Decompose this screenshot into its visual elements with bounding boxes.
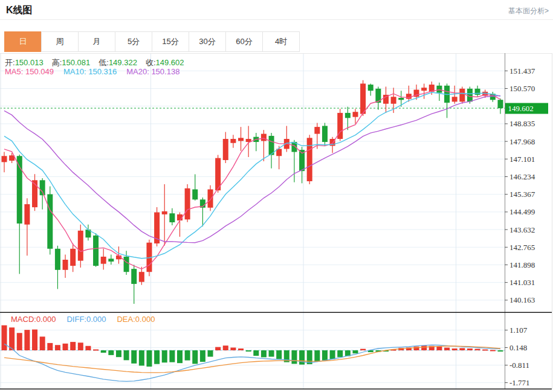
svg-text:146.234: 146.234 [509, 172, 535, 181]
tab-period-0[interactable]: 日 [4, 31, 42, 52]
svg-text:141.898: 141.898 [509, 260, 535, 269]
gridlines [0, 53, 505, 389]
page-title: K线图 [6, 4, 33, 17]
svg-text:147.968: 147.968 [509, 137, 535, 146]
svg-text:141.031: 141.031 [509, 278, 535, 287]
ma-readout: MA5: 150.049MA10: 150.316MA20: 150.138 [5, 67, 179, 76]
tab-period-4[interactable]: 15分 [152, 31, 189, 52]
svg-text:142.765: 142.765 [509, 243, 535, 252]
macd-histogram[interactable] [2, 326, 503, 367]
high-value: 150.081 [62, 58, 90, 67]
macd-value: MACD:0.000 [11, 315, 56, 324]
ma20-readout: MA20: 150.138 [126, 67, 179, 76]
svg-text:145.367: 145.367 [509, 190, 535, 199]
macd-readout: MACD:0.000DIFF:0.000DEA:0.000 [11, 315, 155, 324]
svg-text:148.835: 148.835 [509, 119, 535, 128]
header-divider [0, 19, 553, 20]
tab-period-6[interactable]: 60分 [225, 31, 263, 52]
svg-text:144.499: 144.499 [509, 207, 535, 216]
svg-text:143.632: 143.632 [509, 225, 535, 234]
svg-text:149.602: 149.602 [508, 104, 534, 113]
tab-period-3[interactable]: 5分 [115, 31, 152, 52]
period-tab-bar: 日周月5分15分30分60分4时 [4, 31, 300, 52]
diff-value: DIFF:0.000 [66, 315, 106, 324]
svg-text:150.570: 150.570 [509, 84, 535, 93]
ma20-line [4, 95, 500, 242]
svg-text:-1.771: -1.771 [509, 378, 530, 387]
ma5-readout: MA5: 150.049 [5, 67, 54, 76]
close-label: 收: [146, 58, 156, 67]
low-value: 149.322 [109, 58, 137, 67]
tab-period-2[interactable]: 月 [78, 31, 115, 52]
kline-page: 151.437150.570148.835147.968147.101146.2… [0, 0, 553, 392]
current-price-tag: 149.602 [505, 103, 548, 114]
low-label: 低: [99, 58, 109, 67]
tab-period-1[interactable]: 周 [41, 31, 79, 52]
open-value: 150.013 [15, 58, 44, 67]
y-axis-labels: 151.437150.570148.835147.968147.101146.2… [505, 66, 535, 387]
tab-period-7[interactable]: 4时 [262, 31, 300, 52]
svg-text:140.163: 140.163 [509, 295, 535, 304]
ma10-readout: MA10: 150.316 [63, 67, 117, 76]
tab-period-5[interactable]: 30分 [189, 31, 226, 52]
panel-borders [0, 53, 552, 389]
high-label: 高: [52, 58, 62, 67]
svg-text:0.148: 0.148 [509, 343, 527, 352]
svg-text:-0.811: -0.811 [509, 361, 529, 370]
candles-layer[interactable] [2, 80, 503, 304]
fundamental-analysis-link[interactable]: 基本面分析> [508, 6, 549, 16]
dea-value: DEA:0.000 [117, 315, 155, 324]
svg-text:1.107: 1.107 [509, 326, 528, 335]
close-value: 149.602 [156, 58, 184, 67]
svg-text:147.101: 147.101 [509, 155, 535, 164]
open-label: 开: [5, 58, 15, 67]
svg-text:151.437: 151.437 [509, 66, 535, 76]
